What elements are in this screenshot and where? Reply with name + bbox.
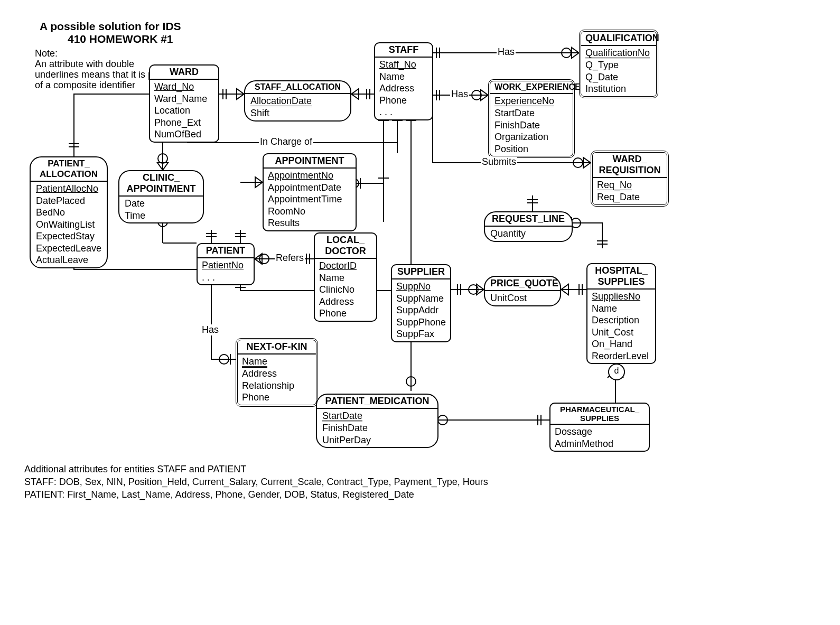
- pharm-a2: AdminMethod: [555, 439, 613, 449]
- note-line-4: of a composite identifier: [35, 79, 135, 91]
- appt-a3: RoomNo: [268, 206, 305, 217]
- svg-point-56: [219, 355, 229, 364]
- salloc-pk: AllocationDate: [250, 96, 312, 107]
- wreq-pk: Req_No: [597, 180, 632, 191]
- assoc-patient-allocation: PATIENT_ ALLOCATION PatientAllocNo DateP…: [30, 156, 108, 268]
- ldoc-a2: ClinicNo: [319, 284, 354, 295]
- assoc-request-line: REQUEST_LINE Quantity: [484, 211, 573, 242]
- svg-point-60: [406, 377, 416, 386]
- nok-a3: Phone: [242, 392, 269, 403]
- assoc-staff-allocation: STAFF_ALLOCATION AllocationDate Shift: [244, 80, 351, 122]
- entity-ward: WARD Ward_No Ward_Name Location Phone_Ex…: [149, 64, 219, 143]
- pquote-title: PRICE_QUOTE: [485, 277, 560, 291]
- staff-a1: Name: [379, 71, 405, 82]
- pquote-a1: UnitCost: [490, 293, 527, 303]
- entity-staff-title: STAFF: [375, 43, 432, 58]
- entity-local-doctor: LOCAL_ DOCTOR DoctorID Name ClinicNo Add…: [314, 232, 377, 322]
- qual-a1: Q_Type: [585, 60, 619, 70]
- entity-hospital-supplies: HOSPITAL_ SUPPLIES SuppliesNo Name Descr…: [586, 263, 656, 364]
- nok-a2: Relationship: [242, 380, 294, 391]
- pharm-title: PHARMACEUTICAL_ SUPPLIES: [550, 404, 649, 425]
- entity-next-of-kin: NEXT-OF-KIN Name Address Relationship Ph…: [236, 338, 318, 407]
- ward-pk: Ward_No: [154, 81, 194, 92]
- rel-has-nok: Has: [201, 324, 220, 335]
- wexp-a2: FinishDate: [494, 120, 540, 130]
- hsupp-a5: ReorderLevel: [592, 351, 649, 361]
- supp-a1: SuppName: [396, 293, 444, 304]
- assoc-patient-medication: PATIENT_MEDICATION StartDate FinishDate …: [316, 394, 438, 448]
- entity-supplier: SUPPLIER SuppNo SuppName SuppAddr SuppPh…: [391, 264, 451, 342]
- entity-staff: STAFF Staff_No Name Address Phone . . .: [374, 42, 433, 120]
- disjoint-indicator: d: [608, 363, 625, 380]
- footer-heading: Additional attributes for entities STAFF…: [24, 463, 246, 475]
- salloc-a1: Shift: [250, 108, 269, 118]
- entity-qualification: QUALIFICATION QualificationNo Q_Type Q_D…: [579, 30, 658, 98]
- svg-point-9: [562, 48, 571, 58]
- entity-ward-title: WARD: [150, 66, 218, 80]
- rel-in-charge-of: In Charge of: [259, 136, 313, 147]
- pmed-title: PATIENT_MEDICATION: [317, 395, 437, 409]
- appt-a1: AppointmentDate: [268, 182, 341, 193]
- supp-a3: SuppPhone: [396, 317, 446, 328]
- palloc-pk: PatientAllocNo: [36, 183, 98, 194]
- assoc-price-quote: PRICE_QUOTE UnitCost: [484, 276, 561, 306]
- rel-has-wexp: Has: [450, 89, 469, 100]
- footer-patient: PATIENT: First_Name, Last_Name, Address,…: [24, 488, 414, 501]
- appt-pk: AppointmentNo: [268, 170, 333, 181]
- hsupp-title: HOSPITAL_ SUPPLIES: [587, 264, 655, 290]
- rel-submits: Submits: [481, 156, 517, 167]
- rel-refers: Refers: [275, 253, 305, 264]
- appt-title: APPOINTMENT: [264, 154, 356, 169]
- palloc-a1: DatePlaced: [36, 195, 85, 206]
- qual-a2: Q_Date: [585, 72, 618, 82]
- entity-patient: PATIENT PatientNo . . .: [197, 243, 255, 285]
- entity-work-experience: WORK_EXPERIENCE ExperienceNo StartDate F…: [488, 79, 575, 158]
- supp-pk: SuppNo: [396, 281, 431, 292]
- patient-a1: . . .: [202, 272, 215, 283]
- pmed-a2: UnitPerDay: [322, 435, 371, 445]
- cappt-a2: Time: [125, 210, 145, 221]
- qual-pk: QualificationNo: [585, 48, 650, 59]
- staff-a3: Phone: [379, 95, 407, 106]
- appt-a4: Results: [268, 218, 300, 228]
- svg-point-40: [158, 154, 167, 163]
- qual-title: QUALIFICATION: [581, 32, 656, 46]
- ldoc-a4: Phone: [319, 308, 347, 319]
- entity-pharmaceutical-supplies: PHARMACEUTICAL_ SUPPLIES Dossage AdminMe…: [549, 403, 650, 452]
- wexp-a1: StartDate: [494, 108, 535, 118]
- supp-a4: SuppFax: [396, 329, 434, 339]
- staff-a4: . . .: [379, 107, 393, 117]
- svg-point-13: [472, 90, 481, 100]
- wexp-a3: Organization: [494, 132, 548, 142]
- palloc-title: PATIENT_ ALLOCATION: [31, 157, 107, 182]
- staff-pk: Staff_No: [379, 59, 416, 70]
- patient-pk: PatientNo: [202, 260, 244, 270]
- wreq-title: WARD_ REQUISITION: [593, 153, 667, 178]
- footer-staff: STAFF: DOB, Sex, NIN, Position_Held, Cur…: [24, 475, 488, 488]
- hsupp-pk: SuppliesNo: [592, 291, 640, 302]
- appt-a2: AppointmentTime: [268, 194, 342, 204]
- svg-point-51: [259, 254, 269, 264]
- svg-point-62: [438, 415, 447, 425]
- rline-a1: Quantity: [490, 228, 526, 239]
- pharm-a1: Dossage: [555, 426, 592, 437]
- svg-point-68: [469, 285, 478, 294]
- palloc-a2: BedNo: [36, 207, 65, 218]
- pmed-pk: StartDate: [322, 411, 362, 422]
- pmed-a1: FinishDate: [322, 423, 368, 433]
- wexp-title: WORK_EXPERIENCE: [490, 81, 573, 94]
- palloc-a3: OnWaitingList: [36, 219, 95, 230]
- entity-appointment: APPOINTMENT AppointmentNo AppointmentDat…: [263, 153, 357, 231]
- rel-has-qual: Has: [497, 46, 516, 58]
- patient-title: PATIENT: [198, 244, 254, 258]
- page-title-2: 410 HOMEWORK #1: [68, 33, 173, 45]
- wreq-a1: Req_Date: [597, 192, 640, 202]
- qual-a3: Institution: [585, 83, 626, 94]
- er-diagram-canvas: A possible solution for IDS 410 HOMEWORK…: [0, 0, 840, 625]
- wexp-pk: ExperienceNo: [494, 96, 554, 107]
- hsupp-a2: Description: [592, 315, 639, 325]
- hsupp-a4: On_Hand: [592, 339, 632, 349]
- ldoc-a1: Name: [319, 273, 344, 283]
- supp-title: SUPPLIER: [392, 265, 450, 279]
- palloc-a4: ExpectedStay: [36, 231, 95, 241]
